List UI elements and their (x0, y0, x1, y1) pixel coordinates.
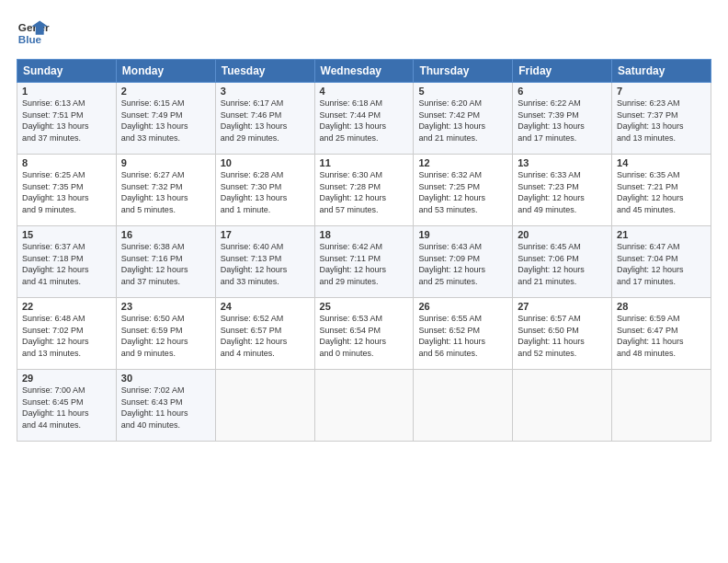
cell-info: Sunrise: 6:15 AM Sunset: 7:49 PM Dayligh… (121, 98, 210, 144)
day-number: 2 (121, 86, 210, 97)
cell-info: Sunrise: 6:30 AM Sunset: 7:28 PM Dayligh… (320, 169, 409, 215)
cell-info: Sunrise: 6:53 AM Sunset: 6:54 PM Dayligh… (320, 313, 409, 359)
cell-info: Sunrise: 6:47 AM Sunset: 7:04 PM Dayligh… (617, 241, 706, 287)
calendar-cell: 19Sunrise: 6:43 AM Sunset: 7:09 PM Dayli… (414, 226, 513, 298)
day-number: 24 (221, 301, 310, 312)
calendar-week-row: 29Sunrise: 7:00 AM Sunset: 6:45 PM Dayli… (17, 370, 711, 442)
calendar-cell: 14Sunrise: 6:35 AM Sunset: 7:21 PM Dayli… (612, 155, 711, 226)
calendar-cell: 29Sunrise: 7:00 AM Sunset: 6:45 PM Dayli… (17, 370, 117, 442)
day-number: 23 (121, 301, 210, 312)
day-number: 20 (518, 229, 607, 240)
calendar-header-row: SundayMondayTuesdayWednesdayThursdayFrid… (17, 60, 711, 83)
cell-info: Sunrise: 6:37 AM Sunset: 7:18 PM Dayligh… (22, 241, 111, 287)
cell-info: Sunrise: 6:42 AM Sunset: 7:11 PM Dayligh… (320, 241, 409, 287)
calendar-cell: 15Sunrise: 6:37 AM Sunset: 7:18 PM Dayli… (17, 226, 117, 298)
calendar-cell: 17Sunrise: 6:40 AM Sunset: 7:13 PM Dayli… (215, 226, 314, 298)
logo-icon: General Blue (17, 17, 50, 50)
day-number: 10 (221, 157, 310, 168)
calendar-week-row: 22Sunrise: 6:48 AM Sunset: 7:02 PM Dayli… (17, 298, 711, 370)
day-number: 19 (418, 229, 507, 240)
cell-info: Sunrise: 7:00 AM Sunset: 6:45 PM Dayligh… (22, 385, 111, 431)
calendar-cell: 6Sunrise: 6:22 AM Sunset: 7:39 PM Daylig… (513, 83, 612, 155)
cell-info: Sunrise: 6:28 AM Sunset: 7:30 PM Dayligh… (221, 169, 310, 215)
cell-info: Sunrise: 6:43 AM Sunset: 7:09 PM Dayligh… (418, 241, 507, 287)
calendar-table: SundayMondayTuesdayWednesdayThursdayFrid… (17, 59, 711, 442)
day-header-thursday: Thursday (414, 60, 513, 83)
day-header-monday: Monday (116, 60, 215, 83)
day-header-friday: Friday (513, 60, 612, 83)
svg-text:General: General (18, 21, 50, 33)
calendar-cell: 10Sunrise: 6:28 AM Sunset: 7:30 PM Dayli… (215, 155, 314, 226)
calendar-cell: 25Sunrise: 6:53 AM Sunset: 6:54 PM Dayli… (314, 298, 414, 370)
day-number: 29 (22, 373, 111, 384)
day-number: 21 (617, 229, 706, 240)
cell-info: Sunrise: 6:59 AM Sunset: 6:47 PM Dayligh… (617, 313, 706, 359)
day-number: 3 (221, 86, 310, 97)
calendar-cell: 13Sunrise: 6:33 AM Sunset: 7:23 PM Dayli… (513, 155, 612, 226)
day-header-saturday: Saturday (612, 60, 711, 83)
calendar-cell: 30Sunrise: 7:02 AM Sunset: 6:43 PM Dayli… (116, 370, 215, 442)
cell-info: Sunrise: 6:17 AM Sunset: 7:46 PM Dayligh… (221, 98, 310, 144)
cell-info: Sunrise: 6:32 AM Sunset: 7:25 PM Dayligh… (418, 169, 507, 215)
calendar-cell: 3Sunrise: 6:17 AM Sunset: 7:46 PM Daylig… (215, 83, 314, 155)
day-number: 27 (518, 301, 607, 312)
calendar-cell: 26Sunrise: 6:55 AM Sunset: 6:52 PM Dayli… (414, 298, 513, 370)
calendar-cell: 18Sunrise: 6:42 AM Sunset: 7:11 PM Dayli… (314, 226, 414, 298)
cell-info: Sunrise: 6:52 AM Sunset: 6:57 PM Dayligh… (221, 313, 310, 359)
calendar-cell: 12Sunrise: 6:32 AM Sunset: 7:25 PM Dayli… (414, 155, 513, 226)
day-header-sunday: Sunday (17, 60, 117, 83)
day-number: 28 (617, 301, 706, 312)
day-number: 4 (320, 86, 409, 97)
calendar-cell: 16Sunrise: 6:38 AM Sunset: 7:16 PM Dayli… (116, 226, 215, 298)
day-number: 22 (22, 301, 111, 312)
cell-info: Sunrise: 6:33 AM Sunset: 7:23 PM Dayligh… (518, 169, 607, 215)
day-number: 12 (418, 157, 507, 168)
calendar-cell: 23Sunrise: 6:50 AM Sunset: 6:59 PM Dayli… (116, 298, 215, 370)
cell-info: Sunrise: 6:45 AM Sunset: 7:06 PM Dayligh… (518, 241, 607, 287)
calendar-cell: 9Sunrise: 6:27 AM Sunset: 7:32 PM Daylig… (116, 155, 215, 226)
calendar-cell (612, 370, 711, 442)
calendar-cell: 2Sunrise: 6:15 AM Sunset: 7:49 PM Daylig… (116, 83, 215, 155)
day-number: 11 (320, 157, 409, 168)
cell-info: Sunrise: 7:02 AM Sunset: 6:43 PM Dayligh… (121, 385, 210, 431)
day-number: 30 (121, 373, 210, 384)
calendar-cell (314, 370, 414, 442)
calendar-cell: 28Sunrise: 6:59 AM Sunset: 6:47 PM Dayli… (612, 298, 711, 370)
calendar-cell: 21Sunrise: 6:47 AM Sunset: 7:04 PM Dayli… (612, 226, 711, 298)
calendar-week-row: 15Sunrise: 6:37 AM Sunset: 7:18 PM Dayli… (17, 226, 711, 298)
calendar-cell: 20Sunrise: 6:45 AM Sunset: 7:06 PM Dayli… (513, 226, 612, 298)
day-number: 7 (617, 86, 706, 97)
day-header-wednesday: Wednesday (314, 60, 414, 83)
calendar-cell (513, 370, 612, 442)
day-number: 18 (320, 229, 409, 240)
cell-info: Sunrise: 6:38 AM Sunset: 7:16 PM Dayligh… (121, 241, 210, 287)
day-number: 1 (22, 86, 111, 97)
day-number: 25 (320, 301, 409, 312)
cell-info: Sunrise: 6:50 AM Sunset: 6:59 PM Dayligh… (121, 313, 210, 359)
day-number: 13 (518, 157, 607, 168)
calendar-cell: 24Sunrise: 6:52 AM Sunset: 6:57 PM Dayli… (215, 298, 314, 370)
cell-info: Sunrise: 6:23 AM Sunset: 7:37 PM Dayligh… (617, 98, 706, 144)
calendar-cell: 7Sunrise: 6:23 AM Sunset: 7:37 PM Daylig… (612, 83, 711, 155)
day-number: 9 (121, 157, 210, 168)
day-number: 8 (22, 157, 111, 168)
day-header-tuesday: Tuesday (215, 60, 314, 83)
cell-info: Sunrise: 6:55 AM Sunset: 6:52 PM Dayligh… (418, 313, 507, 359)
calendar-week-row: 8Sunrise: 6:25 AM Sunset: 7:35 PM Daylig… (17, 155, 711, 226)
calendar-cell (215, 370, 314, 442)
cell-info: Sunrise: 6:13 AM Sunset: 7:51 PM Dayligh… (22, 98, 111, 144)
cell-info: Sunrise: 6:25 AM Sunset: 7:35 PM Dayligh… (22, 169, 111, 215)
day-number: 17 (221, 229, 310, 240)
calendar-cell: 8Sunrise: 6:25 AM Sunset: 7:35 PM Daylig… (17, 155, 117, 226)
cell-info: Sunrise: 6:18 AM Sunset: 7:44 PM Dayligh… (320, 98, 409, 144)
calendar-cell: 5Sunrise: 6:20 AM Sunset: 7:42 PM Daylig… (414, 83, 513, 155)
cell-info: Sunrise: 6:20 AM Sunset: 7:42 PM Dayligh… (418, 98, 507, 144)
calendar-cell: 22Sunrise: 6:48 AM Sunset: 7:02 PM Dayli… (17, 298, 117, 370)
calendar-cell: 4Sunrise: 6:18 AM Sunset: 7:44 PM Daylig… (314, 83, 414, 155)
day-number: 15 (22, 229, 111, 240)
cell-info: Sunrise: 6:57 AM Sunset: 6:50 PM Dayligh… (518, 313, 607, 359)
cell-info: Sunrise: 6:27 AM Sunset: 7:32 PM Dayligh… (121, 169, 210, 215)
calendar-cell: 27Sunrise: 6:57 AM Sunset: 6:50 PM Dayli… (513, 298, 612, 370)
day-number: 26 (418, 301, 507, 312)
day-number: 5 (418, 86, 507, 97)
